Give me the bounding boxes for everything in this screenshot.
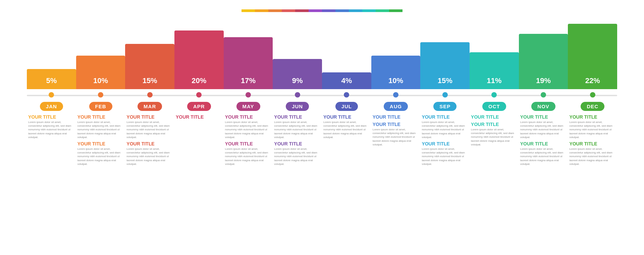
- bar-jan: 5%: [27, 69, 76, 89]
- month-pill-oct: OCT: [482, 102, 506, 111]
- dot-wrapper: [519, 92, 568, 98]
- color-bar-segment: [335, 9, 349, 12]
- info-column-6: YOUR TITLELorem ipsum dolor sit amet, co…: [322, 114, 371, 166]
- bar-wrapper: 22%: [568, 24, 617, 89]
- info-text-secondary-8: Lorem ipsum dolor sit amet, consectetur …: [422, 147, 468, 166]
- info-text-primary-0: Lorem ipsum dolor sit amet, consectetur …: [28, 120, 75, 139]
- color-bar-segment: [241, 9, 255, 12]
- info-column-3: YOUR TITLE: [174, 114, 224, 166]
- dot-wrapper: [420, 92, 470, 98]
- info-text-secondary-10: Lorem ipsum dolor sit amet, consectetur …: [520, 147, 567, 166]
- info-column-0: YOUR TITLELorem ipsum dolor sit amet, co…: [27, 114, 76, 166]
- bar-aug: 10%: [371, 56, 421, 89]
- info-title-primary-5: YOUR TITLE: [274, 114, 321, 120]
- info-title-secondary-11: YOUR TITLE: [569, 141, 616, 146]
- dot-wrapper: [224, 92, 273, 98]
- dot-wrapper: [322, 92, 371, 98]
- bar-feb: 10%: [76, 56, 125, 89]
- info-text-secondary-11: Lorem ipsum dolor sit amet, consectetur …: [569, 147, 616, 166]
- info-text-primary-8: Lorem ipsum dolor sit amet, consectetur …: [422, 120, 468, 139]
- dot-wrapper: [174, 92, 224, 98]
- bar-percent-label: 22%: [585, 76, 600, 85]
- color-bar: [20, 9, 624, 12]
- info-title-secondary-5: YOUR TITLE: [274, 141, 321, 146]
- color-bar-segment: [362, 9, 376, 12]
- info-title-primary-2: YOUR TITLE: [126, 114, 173, 120]
- bar-percent-label: 15%: [143, 76, 157, 85]
- info-title-primary-11: YOUR TITLE: [569, 114, 616, 120]
- info-text-primary-2: Lorem ipsum dolor sit amet, consectetur …: [126, 120, 173, 139]
- timeline-dot-jan: [49, 92, 54, 98]
- dot-wrapper: [568, 92, 617, 98]
- timeline-dot-feb: [98, 92, 103, 98]
- timeline-dot-may: [246, 92, 251, 98]
- color-bar-segment: [295, 9, 309, 12]
- month-pill-wrapper: MAY: [224, 102, 273, 111]
- timeline-dot-aug: [393, 92, 398, 98]
- info-title-primary-9: YOUR TITLE: [471, 114, 518, 120]
- bar-mar: 15%: [125, 44, 174, 89]
- bar-percent-label: 19%: [536, 76, 551, 85]
- info-column-10: YOUR TITLELorem ipsum dolor sit amet, co…: [519, 114, 568, 166]
- bar-sep: 15%: [420, 42, 470, 89]
- bar-wrapper: 10%: [371, 56, 421, 89]
- month-pill-apr: APR: [187, 102, 211, 111]
- month-pill-wrapper: JAN: [27, 102, 76, 111]
- color-bar-segment: [322, 9, 335, 12]
- info-title-primary-1: YOUR TITLE: [77, 114, 124, 120]
- info-text-secondary-5: Lorem ipsum dolor sit amet, consectetur …: [274, 147, 321, 166]
- info-column-4: YOUR TITLELorem ipsum dolor sit amet, co…: [224, 114, 273, 166]
- bar-jul: 4%: [322, 72, 371, 89]
- info-text-primary-1: Lorem ipsum dolor sit amet, consectetur …: [77, 120, 124, 139]
- timeline-dot-sep: [442, 92, 448, 98]
- bar-wrapper: 9%: [273, 59, 322, 89]
- bar-oct: 11%: [470, 52, 519, 89]
- bar-percent-label: 9%: [292, 76, 303, 85]
- bar-percent-label: 11%: [487, 76, 501, 85]
- timeline-dot-nov: [541, 92, 546, 98]
- color-bar-segment: [268, 9, 282, 12]
- info-title-primary-6: YOUR TITLE: [323, 114, 370, 120]
- month-pill-wrapper: JUL: [322, 102, 371, 111]
- month-pill-jan: JAN: [40, 102, 63, 111]
- bar-percent-label: 15%: [438, 76, 452, 85]
- bar-percent-label: 20%: [192, 76, 206, 85]
- timeline-dot-jun: [295, 92, 300, 98]
- info-column-8: YOUR TITLELorem ipsum dolor sit amet, co…: [420, 114, 470, 166]
- dot-wrapper: [470, 92, 519, 98]
- bar-wrapper: 15%: [125, 44, 174, 89]
- info-title-secondary-8: YOUR TITLE: [422, 141, 468, 146]
- month-pill-may: MAY: [236, 102, 260, 111]
- info-column-11: YOUR TITLELorem ipsum dolor sit amet, co…: [568, 114, 617, 166]
- bar-wrapper: 17%: [224, 37, 273, 89]
- bar-percent-label: 10%: [93, 76, 108, 85]
- dot-wrapper: [125, 92, 174, 98]
- bar-jun: 9%: [273, 59, 322, 89]
- bar-wrapper: 4%: [322, 72, 371, 89]
- info-text-secondary-2: Lorem ipsum dolor sit amet, consectetur …: [126, 147, 173, 166]
- info-title-primary-3: YOUR TITLE: [176, 114, 222, 120]
- bar-nov: 19%: [519, 34, 568, 89]
- info-text-secondary-4: Lorem ipsum dolor sit amet, consectetur …: [225, 147, 272, 166]
- timeline-dot-apr: [196, 92, 202, 98]
- info-text-primary-6: Lorem ipsum dolor sit amet, consectetur …: [323, 120, 370, 139]
- info-text-secondary-1: Lorem ipsum dolor sit amet, consectetur …: [77, 147, 124, 166]
- info-column-5: YOUR TITLELorem ipsum dolor sit amet, co…: [273, 114, 322, 166]
- bar-wrapper: 5%: [27, 69, 76, 89]
- info-text-primary-10: Lorem ipsum dolor sit amet, consectetur …: [520, 120, 567, 139]
- info-text-secondary-7: Lorem ipsum dolor sit amet, consectetur …: [373, 128, 419, 146]
- bar-percent-label: 17%: [241, 76, 256, 85]
- color-bar-segment: [255, 9, 268, 12]
- bar-wrapper: 10%: [76, 56, 125, 89]
- timeline-dot-dec: [590, 92, 595, 98]
- months-row: JANFEBMARAPRMAYJUNJULAUGSEPOCTNOVDEC: [20, 102, 624, 111]
- info-text-primary-4: Lorem ipsum dolor sit amet, consectetur …: [225, 120, 272, 139]
- bar-apr: 20%: [174, 30, 224, 89]
- bar-wrapper: 15%: [420, 42, 470, 89]
- info-title-primary-0: YOUR TITLE: [28, 114, 75, 120]
- month-pill-sep: SEP: [433, 102, 457, 111]
- month-pill-wrapper: FEB: [76, 102, 125, 111]
- chart-area: 5%10%15%20%17%9%4%10%15%11%19%22% JANFEB…: [20, 15, 624, 166]
- timeline-dot-mar: [147, 92, 153, 98]
- month-pill-wrapper: SEP: [420, 102, 470, 111]
